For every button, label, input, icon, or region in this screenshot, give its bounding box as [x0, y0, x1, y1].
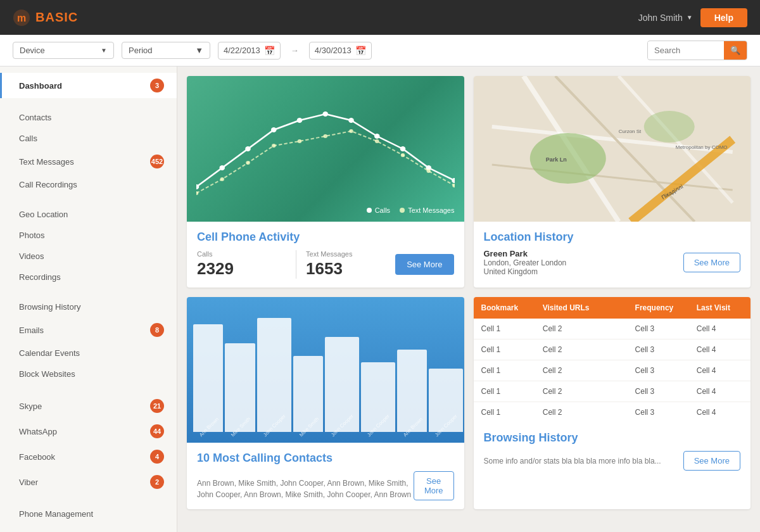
date-from-input[interactable]: 4/22/2013 📅	[218, 42, 281, 60]
location-info: Location History Green Park London, Grea…	[474, 222, 751, 285]
table-cell: Cell 1	[474, 381, 535, 402]
sidebar-item-whatsapp[interactable]: WhatsApp 44	[0, 419, 177, 444]
bar-chart-area: Ann BrownMike SmithJohn CooperMike Smith…	[187, 297, 464, 443]
table-cell: Cell 4	[689, 339, 750, 360]
calls-stat-value: 2329	[197, 259, 286, 279]
user-name: John Smith	[638, 13, 683, 23]
device-select[interactable]: Device ▼	[13, 42, 114, 59]
sidebar-item-text-messages[interactable]: Text Messages 452	[0, 149, 177, 174]
table-cell: Cell 4	[689, 360, 750, 381]
chart-legend: Calls Text Messages	[367, 206, 455, 214]
sidebar-item-viber[interactable]: Viber 2	[0, 469, 177, 495]
sidebar-item-block-websites[interactable]: Block Websites	[0, 364, 177, 384]
date-separator: →	[291, 46, 299, 55]
sidebar-item-recordings[interactable]: Recordings	[0, 267, 177, 288]
table-header-cell: Bookmark	[474, 297, 535, 319]
table-cell: Cell 3	[628, 319, 689, 339]
svg-point-19	[349, 129, 353, 133]
sidebar-videos-label: Videos	[19, 251, 44, 261]
contacts-see-more-button[interactable]: See More	[414, 471, 454, 500]
date-from-value: 4/22/2013	[224, 46, 260, 55]
sidebar-item-emails[interactable]: Emails 8	[0, 317, 177, 343]
table-body: Cell 1Cell 2Cell 3Cell 4Cell 1Cell 2Cell…	[474, 319, 751, 422]
location-title: Location History	[484, 231, 741, 244]
sidebar-recordings-label: Recordings	[19, 272, 61, 282]
sidebar-item-geo-location[interactable]: Geo Location	[0, 204, 177, 225]
bar-group: Mike Smith	[225, 343, 255, 440]
contacts-title: 10 Most Calling Contacts	[197, 452, 454, 465]
user-dropdown[interactable]: John Smith ▼	[638, 13, 693, 23]
svg-text:Metropolitan by COMO: Metropolitan by COMO	[675, 144, 727, 150]
browsing-see-more-button[interactable]: See More	[683, 451, 740, 471]
contacts-bottom: Ann Brown, Mike Smith, John Cooper, Ann …	[197, 471, 454, 500]
sidebar-item-dashboard[interactable]: Dashboard 3	[0, 73, 177, 98]
calls-legend: Calls	[367, 206, 390, 214]
whatsapp-badge: 44	[150, 424, 164, 438]
sidebar-item-call-recordings[interactable]: Call Recordings	[0, 174, 177, 195]
sidebar-item-browsing-history[interactable]: Browsing History	[0, 296, 177, 317]
period-label: Period	[129, 46, 153, 55]
texts-stat-value: 1653	[306, 259, 395, 279]
browsing-bottom: Some info and/or stats bla bla bla more …	[484, 451, 741, 471]
calls-stat: Calls 2329	[197, 250, 286, 279]
table-row: Cell 1Cell 2Cell 3Cell 4	[474, 360, 751, 381]
main-layout: Dashboard 3 Contacts Calls Text Messages…	[0, 66, 760, 532]
sidebar-whatsapp-label: WhatsApp	[19, 427, 57, 436]
svg-text:Curzon St: Curzon St	[618, 129, 641, 134]
svg-point-6	[297, 118, 303, 123]
svg-point-30	[529, 133, 605, 184]
table-header-cell: Last Visit	[689, 297, 750, 319]
sidebar-contacts-label: Contacts	[19, 113, 51, 122]
dashboard-badge: 3	[150, 79, 164, 92]
sidebar-item-photos[interactable]: Photos	[0, 225, 177, 246]
search-input[interactable]	[648, 42, 724, 59]
cell-phone-see-more-button[interactable]: See More	[395, 254, 453, 275]
calls-legend-label: Calls	[375, 206, 390, 214]
sidebar-item-contacts[interactable]: Contacts	[0, 107, 177, 128]
table-row: Cell 1Cell 2Cell 3Cell 4	[474, 339, 751, 360]
sidebar-item-calls[interactable]: Calls	[0, 128, 177, 149]
sidebar-geo-label: Geo Location	[19, 210, 68, 219]
calls-stat-label: Calls	[197, 250, 286, 258]
help-button[interactable]: Help	[700, 8, 747, 27]
table-cell: Cell 3	[628, 360, 689, 381]
search-button[interactable]: 🔍	[724, 41, 747, 60]
date-to-input[interactable]: 4/30/2013 📅	[309, 42, 372, 60]
texts-stat-label: Text Messages	[306, 250, 395, 258]
table-header-cell: Frequency	[628, 297, 689, 319]
svg-point-18	[324, 134, 327, 138]
period-select[interactable]: Period ▼	[122, 42, 210, 59]
svg-point-10	[400, 146, 406, 151]
texts-legend-dot	[400, 208, 405, 213]
sidebar-item-phone-management[interactable]: Phone Management	[0, 504, 177, 524]
svg-text:m: m	[17, 13, 26, 23]
sidebar-item-videos[interactable]: Videos	[0, 246, 177, 267]
sidebar-browsing-label: Browsing History	[19, 302, 81, 312]
sidebar-dashboard-label: Dashboard	[19, 81, 62, 91]
svg-point-17	[298, 139, 301, 143]
sidebar-item-skype[interactable]: Skype 21	[0, 393, 177, 419]
toolbar: Device ▼ Period ▼ 4/22/2013 📅 → 4/30/201…	[0, 35, 760, 66]
location-name: Green Park	[484, 249, 567, 258]
table-cell: Cell 4	[689, 319, 750, 339]
device-chevron-icon: ▼	[101, 47, 107, 54]
table-cell: Cell 1	[474, 339, 535, 360]
cell-phone-title: Cell Phone Activity	[197, 231, 454, 244]
bar	[193, 324, 223, 432]
calendar-to-icon: 📅	[355, 46, 366, 56]
svg-point-31	[643, 111, 694, 142]
location-see-more-button[interactable]: See More	[683, 253, 740, 272]
table-header: BookmarkVisited URLsFrequencyLast Visit	[474, 297, 751, 319]
period-chevron-icon: ▼	[195, 46, 203, 55]
sidebar-block-websites-label: Block Websites	[19, 369, 75, 379]
browsing-card-body: Browsing History Some info and/or stats …	[474, 422, 751, 479]
browsing-description: Some info and/or stats bla bla bla more …	[484, 457, 674, 466]
texts-legend: Text Messages	[400, 206, 454, 214]
sidebar-item-calendar-events[interactable]: Calendar Events	[0, 343, 177, 364]
sidebar-viber-label: Viber	[19, 478, 38, 487]
svg-point-20	[375, 139, 379, 143]
svg-point-21	[401, 153, 405, 157]
svg-point-5	[271, 127, 277, 132]
sidebar-item-facebook[interactable]: Facebook 4	[0, 444, 177, 469]
table-row: Cell 1Cell 2Cell 3Cell 4	[474, 319, 751, 339]
